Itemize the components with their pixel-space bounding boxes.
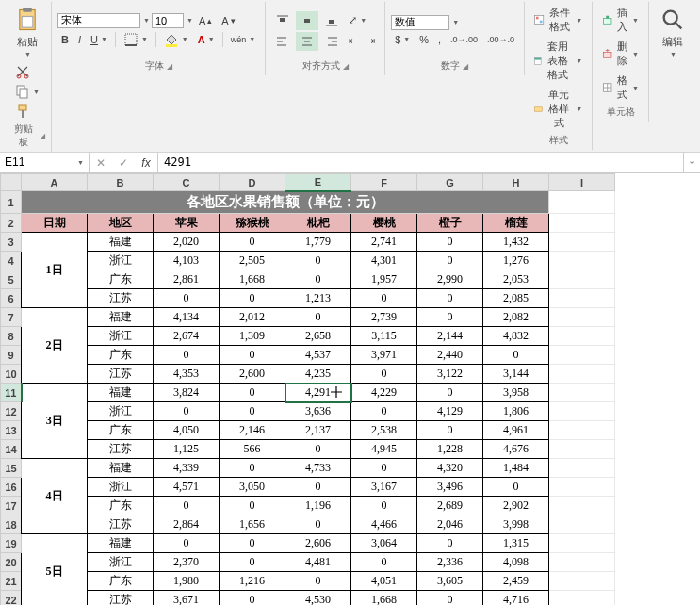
font-size-combo[interactable]	[152, 13, 184, 28]
font-name-combo[interactable]	[57, 13, 140, 28]
table-title[interactable]: 各地区水果销售额（单位：元）	[22, 191, 549, 214]
data-cell[interactable]: 4,129	[417, 402, 483, 421]
worksheet-grid[interactable]: ABCDEFGHI1各地区水果销售额（单位：元）2日期地区苹果猕猴桃枇杷樱桃橙子…	[0, 173, 700, 605]
data-cell[interactable]: 2,144	[417, 327, 483, 346]
data-cell[interactable]: 1,668	[351, 591, 417, 606]
data-cell[interactable]: 广东	[88, 270, 154, 289]
data-cell[interactable]: 3,605	[417, 572, 483, 591]
row-header-10[interactable]: 10	[1, 365, 22, 384]
data-cell[interactable]: 2,146	[220, 421, 285, 440]
data-cell[interactable]: 1,309	[220, 327, 285, 346]
decrease-decimal-button[interactable]: .00→.0	[483, 33, 518, 46]
data-cell[interactable]: 2,082	[483, 308, 549, 327]
dialog-launcher-icon[interactable]: ◢	[167, 62, 172, 71]
data-cell[interactable]: 0	[220, 553, 285, 572]
data-cell[interactable]: 3,122	[417, 365, 483, 384]
row-header-3[interactable]: 3	[1, 233, 22, 252]
confirm-edit-button[interactable]: ✓	[112, 154, 135, 172]
row-header-1[interactable]: 1	[1, 191, 22, 214]
data-cell[interactable]: 4,676	[483, 440, 549, 459]
data-cell[interactable]: 3,636	[285, 402, 351, 421]
row-header-9[interactable]: 9	[1, 346, 22, 365]
data-cell[interactable]: 0	[285, 572, 351, 591]
data-cell[interactable]: 0	[220, 233, 285, 252]
orientation-button[interactable]: ⤢▼	[345, 12, 370, 28]
data-cell[interactable]: 1,276	[483, 252, 549, 270]
table-header[interactable]: 猕猴桃	[220, 214, 285, 233]
data-cell[interactable]: 0	[154, 497, 220, 515]
table-header[interactable]: 樱桃	[351, 214, 417, 233]
conditional-format-button[interactable]: 条件格式▼	[530, 4, 586, 36]
format-table-button[interactable]: 套用表格格式▼	[530, 38, 586, 84]
data-cell[interactable]: 1,315	[483, 534, 549, 553]
row-header-13[interactable]: 13	[1, 421, 22, 440]
data-cell[interactable]: 4,050	[154, 421, 220, 440]
row-header-17[interactable]: 17	[1, 497, 22, 515]
data-cell[interactable]: 1,196	[285, 497, 351, 515]
data-cell[interactable]: 4,481	[285, 553, 351, 572]
data-cell[interactable]: 3,671	[154, 591, 220, 606]
row-header-18[interactable]: 18	[1, 515, 22, 534]
data-cell[interactable]: 0	[351, 402, 417, 421]
data-cell[interactable]: 3,496	[417, 478, 483, 497]
cell-styles-button[interactable]: 单元格样式▼	[530, 86, 586, 132]
data-cell[interactable]: 3,115	[351, 327, 417, 346]
data-cell[interactable]: 0	[417, 308, 483, 327]
row-header-21[interactable]: 21	[1, 572, 22, 591]
align-middle-button[interactable]	[296, 11, 318, 30]
data-cell[interactable]: 0	[351, 553, 417, 572]
data-cell[interactable]: 1,216	[220, 572, 285, 591]
data-cell[interactable]: 2,739	[351, 308, 417, 327]
row-header-20[interactable]: 20	[1, 553, 22, 572]
table-header[interactable]: 橙子	[417, 214, 483, 233]
data-cell[interactable]: 江苏	[88, 591, 154, 606]
data-cell[interactable]: 4,571	[154, 478, 220, 497]
data-cell[interactable]: 浙江	[88, 478, 154, 497]
data-cell[interactable]: 福建	[88, 233, 154, 252]
data-cell[interactable]: 3,050	[220, 478, 285, 497]
data-cell[interactable]: 2,459	[483, 572, 549, 591]
expand-formula-bar[interactable]: ⌄	[683, 153, 700, 172]
align-center-button[interactable]	[296, 32, 318, 51]
data-cell[interactable]: 1,656	[220, 515, 285, 534]
data-cell[interactable]: 2,658	[285, 327, 351, 346]
data-cell[interactable]: 4,235	[285, 365, 351, 384]
table-header[interactable]: 苹果	[154, 214, 220, 233]
col-header-A[interactable]: A	[22, 174, 88, 191]
data-cell[interactable]: 1,806	[483, 402, 549, 421]
data-cell[interactable]: 2,046	[417, 515, 483, 534]
decrease-font-button[interactable]: A▾	[218, 13, 238, 28]
data-cell[interactable]: 4,733	[285, 459, 351, 478]
data-cell[interactable]: 2,689	[417, 497, 483, 515]
data-cell[interactable]: 2,012	[220, 308, 285, 327]
data-cell[interactable]: 广东	[88, 572, 154, 591]
row-header-6[interactable]: 6	[1, 289, 22, 308]
data-cell[interactable]: 4,339	[154, 459, 220, 478]
data-cell[interactable]: 1,125	[154, 440, 220, 459]
data-cell[interactable]: 江苏	[88, 515, 154, 534]
data-cell[interactable]: 4,098	[483, 553, 549, 572]
data-cell[interactable]: 2,137	[285, 421, 351, 440]
date-cell[interactable]: 2日	[22, 308, 88, 384]
table-header[interactable]: 日期	[22, 214, 88, 233]
data-cell[interactable]: 浙江	[88, 553, 154, 572]
data-cell[interactable]: 2,990	[417, 270, 483, 289]
increase-decimal-button[interactable]: .0→.00	[447, 33, 481, 46]
data-cell[interactable]: 0	[351, 497, 417, 515]
table-header[interactable]: 地区	[88, 214, 154, 233]
table-header[interactable]: 枇杷	[285, 214, 351, 233]
data-cell[interactable]: 2,861	[154, 270, 220, 289]
data-cell[interactable]: 0	[154, 346, 220, 365]
data-cell[interactable]: 2,864	[154, 515, 220, 534]
insert-button[interactable]: 插入▼	[598, 4, 643, 36]
data-cell[interactable]: 江苏	[88, 365, 154, 384]
comma-button[interactable]: ,	[434, 32, 445, 47]
data-cell[interactable]: 1,779	[285, 233, 351, 252]
data-cell[interactable]: 4,716	[483, 591, 549, 606]
data-cell[interactable]: 0	[483, 478, 549, 497]
data-cell[interactable]: 广东	[88, 421, 154, 440]
data-cell[interactable]: 2,440	[417, 346, 483, 365]
data-cell[interactable]: 0	[351, 459, 417, 478]
format-painter-button[interactable]	[11, 102, 43, 121]
data-cell[interactable]: 0	[220, 384, 285, 402]
